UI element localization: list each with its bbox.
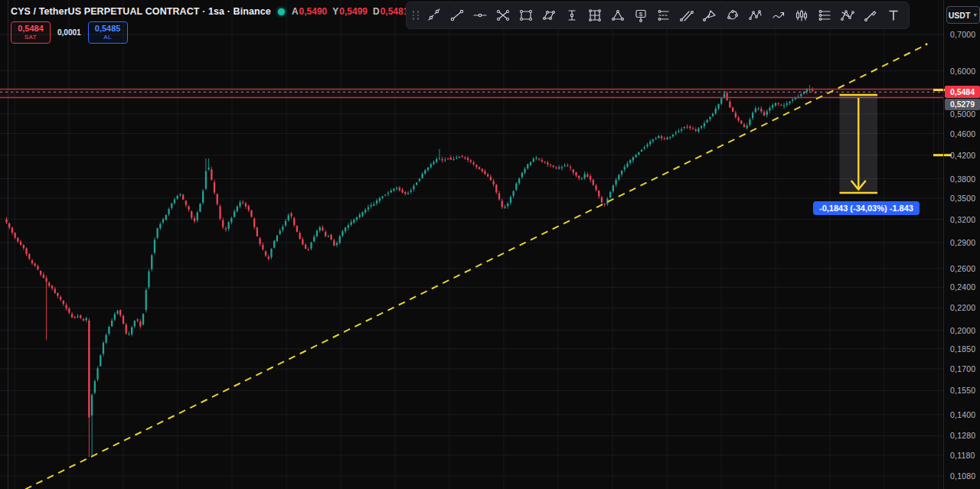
price-tick-label: 0,1400: [950, 410, 975, 419]
measurement-label[interactable]: -0,1843 (-34,03%) -1.843: [813, 201, 920, 215]
price-tick-label: 0,1180: [950, 451, 975, 460]
bars-pattern-tool-icon: [794, 8, 809, 23]
price-tick-label: 0,5000: [950, 109, 975, 119]
triangle-pattern-tool-icon: [610, 8, 626, 23]
horizontal-line-tool[interactable]: [469, 5, 492, 26]
cypher-pattern-tool[interactable]: [836, 5, 859, 26]
open-label: A: [292, 6, 299, 17]
chart-window: CYS / TetherUS PERPETUAL CONTRACT · 1sa …: [0, 0, 980, 489]
trade-buttons-row: 0,5484 SAT 0,0001 0,5485 AL: [11, 21, 470, 44]
chevron-down-icon: ▼: [972, 12, 978, 18]
svg-text:$: $: [639, 11, 643, 18]
text-tool[interactable]: [882, 5, 905, 26]
price-tick-label: 0,2900: [950, 238, 975, 247]
projection-tool[interactable]: [698, 5, 721, 26]
trend-line-tool-icon: [449, 8, 465, 23]
cypher-pattern-tool-icon: [840, 8, 855, 23]
price-tick-label: 0,1850: [950, 344, 975, 354]
price-tick-label: 0,1700: [950, 364, 975, 373]
price-tick-label: 0,3500: [950, 194, 975, 203]
price-tick-label: 0,2400: [950, 282, 975, 292]
rectangle-tool-icon: [518, 8, 534, 23]
sell-button[interactable]: 0,5484 SAT: [11, 21, 51, 44]
legend-title-row: CYS / TetherUS PERPETUAL CONTRACT · 1sa …: [11, 5, 470, 18]
cross-line-tool[interactable]: [492, 5, 514, 26]
price-tick-label: 0,2000: [950, 326, 975, 335]
price-tick-label: 0,7000: [950, 30, 975, 39]
candles: [5, 85, 816, 457]
symbol-title[interactable]: CYS / TetherUS PERPETUAL CONTRACT · 1sa …: [11, 6, 271, 17]
high-label: Y: [332, 6, 338, 17]
text-tool-icon: [886, 8, 901, 23]
horizontal-rays-tool-icon: [817, 8, 832, 23]
parallel-channel-tool[interactable]: [675, 5, 698, 26]
price-range-tool[interactable]: [560, 5, 583, 26]
curve-tool-icon: [725, 8, 740, 23]
price-axis[interactable]: 0,5484 0,5279 0,70000,60000,50000,46000,…: [943, 0, 980, 489]
buy-button[interactable]: 0,5485 AL: [88, 21, 128, 44]
curve-tool[interactable]: [721, 5, 744, 26]
price-tick-label: 0,4200: [950, 151, 975, 160]
zigzag-arrow-tool[interactable]: [767, 5, 790, 26]
anchored-grid-tool[interactable]: [583, 5, 606, 26]
brush-tool[interactable]: [859, 5, 882, 26]
resistance-band[interactable]: [0, 90, 943, 98]
trend-line-tool[interactable]: [446, 5, 469, 26]
currency-selector[interactable]: USDT ▼: [946, 6, 980, 24]
price-chart-canvas[interactable]: [0, 0, 980, 489]
sell-label: SAT: [24, 34, 37, 41]
toolbar-drag-handle[interactable]: [411, 8, 420, 22]
buy-price: 0,5485: [95, 24, 121, 33]
parallelogram-tool[interactable]: [537, 5, 560, 26]
grid: [0, 0, 943, 489]
spread-value: 0,0001: [57, 28, 81, 37]
last-price-tag: 0,5484: [945, 86, 980, 98]
price-tick-label: 0,1280: [950, 431, 975, 440]
trendline[interactable]: [25, 43, 928, 489]
horizontal-line-tool-icon: [472, 8, 488, 23]
price-label-tool[interactable]: $: [629, 5, 652, 26]
price-tick-label: 0,2200: [950, 303, 975, 312]
market-status-icon: [278, 8, 285, 15]
low-value: 0,5481: [381, 6, 409, 17]
price-tick-label: 0,3800: [950, 174, 975, 184]
high-value: 0,5499: [339, 6, 368, 17]
currency-label: USDT: [949, 11, 971, 20]
parallel-channel-tool-icon: [679, 8, 694, 23]
elliott-wave-tool-icon: [748, 8, 763, 23]
brush-tool-icon: [863, 8, 878, 23]
elliott-wave-tool[interactable]: [744, 5, 767, 26]
measurement-tool[interactable]: [840, 95, 878, 193]
price-label-tool-icon: $: [633, 8, 648, 23]
price-range-tool-icon: [564, 8, 580, 23]
rectangle-tool[interactable]: [514, 5, 537, 26]
zigzag-arrow-tool-icon: [771, 8, 786, 23]
open-value: 0,5490: [299, 6, 328, 17]
price-tick-label: 0,3200: [950, 215, 975, 224]
price-tick-label: 0,2600: [950, 264, 975, 273]
low-label: D: [373, 6, 380, 17]
parallelogram-tool-icon: [541, 8, 557, 23]
drawing-toolbar: $: [406, 2, 910, 29]
bars-pattern-tool[interactable]: [790, 5, 813, 26]
horizontal-rays-tool[interactable]: [813, 5, 836, 26]
secondary-price-tag: 0,5279: [945, 99, 980, 110]
extended-line-tool-icon: [426, 8, 442, 23]
chart-legend: CYS / TetherUS PERPETUAL CONTRACT · 1sa …: [11, 5, 470, 44]
extended-line-tool[interactable]: [423, 5, 446, 26]
price-tick-label: 0,1080: [950, 471, 975, 481]
projection-tool-icon: [702, 8, 717, 23]
anchored-grid-tool-icon: [587, 8, 603, 23]
triangle-pattern-tool[interactable]: [606, 5, 629, 26]
cross-line-tool-icon: [495, 8, 511, 23]
price-tick-label: 0,6000: [950, 67, 975, 76]
fib-retracement-tool-icon: [656, 8, 671, 23]
fib-retracement-tool[interactable]: [652, 5, 675, 26]
price-tick-label: 0,1550: [950, 386, 975, 395]
buy-label: AL: [103, 34, 112, 41]
sell-price: 0,5484: [18, 24, 44, 33]
price-tick-label: 0,4600: [950, 129, 975, 139]
